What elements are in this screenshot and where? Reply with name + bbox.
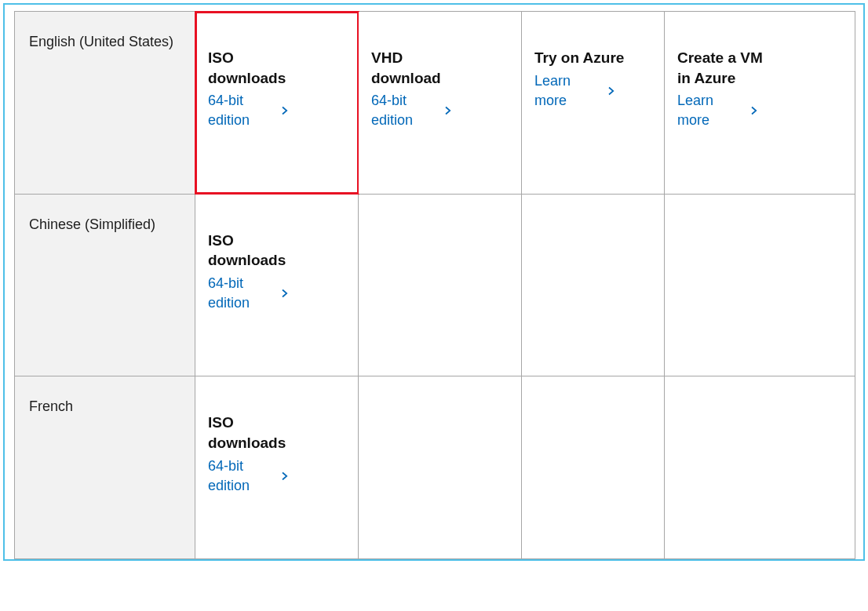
option-title: ISO downloads (208, 231, 310, 271)
cell-empty (522, 376, 665, 559)
table-row: English (United States) ISO downloads 64… (15, 12, 855, 195)
language-name: English (United States) (29, 34, 173, 49)
download-link-64bit[interactable]: 64-bit edition (208, 274, 345, 313)
chevron-right-icon (443, 106, 453, 115)
option-title: VHD download (371, 48, 473, 88)
cell-empty (522, 194, 665, 376)
chevron-right-icon (280, 471, 290, 481)
cell-empty (665, 376, 855, 559)
cell-iso: ISO downloads 64-bit edition (195, 376, 359, 559)
language-name: Chinese (Simplified) (29, 216, 155, 232)
learn-more-link[interactable]: Learn more (534, 71, 651, 111)
link-label: Learn more (677, 91, 740, 130)
option-title: ISO downloads (208, 48, 310, 88)
link-label: Learn more (534, 71, 597, 111)
cell-iso: ISO downloads 64-bit edition (195, 12, 359, 195)
link-label: 64-bit edition (371, 91, 434, 130)
cell-create-vm: Create a VM in Azure Learn more (665, 12, 855, 195)
cell-empty (665, 194, 855, 376)
cell-iso: ISO downloads 64-bit edition (195, 194, 359, 376)
downloads-table: English (United States) ISO downloads 64… (14, 11, 855, 559)
download-link-64bit[interactable]: 64-bit edition (208, 91, 345, 130)
language-cell: French (15, 376, 195, 559)
option-title: Create a VM in Azure (677, 48, 779, 88)
language-cell: Chinese (Simplified) (15, 194, 195, 376)
link-label: 64-bit edition (208, 91, 271, 130)
table-row: Chinese (Simplified) ISO downloads 64-bi… (15, 194, 855, 376)
language-cell: English (United States) (15, 12, 195, 195)
download-link-64bit[interactable]: 64-bit edition (208, 456, 345, 496)
chevron-right-icon (280, 106, 290, 115)
language-name: French (29, 398, 73, 414)
cell-empty (359, 194, 522, 376)
chevron-right-icon (749, 106, 759, 115)
link-label: 64-bit edition (208, 456, 271, 496)
download-link-64bit[interactable]: 64-bit edition (371, 91, 509, 130)
chevron-right-icon (280, 289, 290, 298)
cell-try-azure: Try on Azure Learn more (522, 12, 665, 195)
cell-empty (359, 376, 522, 559)
cell-vhd: VHD download 64-bit edition (359, 12, 522, 195)
table-row: French ISO downloads 64-bit edition (15, 376, 855, 559)
option-title: ISO downloads (208, 413, 310, 453)
learn-more-link[interactable]: Learn more (677, 91, 842, 130)
downloads-table-container: English (United States) ISO downloads 64… (3, 3, 865, 561)
chevron-right-icon (607, 86, 616, 96)
link-label: 64-bit edition (208, 274, 271, 313)
option-title: Try on Azure (534, 48, 636, 68)
